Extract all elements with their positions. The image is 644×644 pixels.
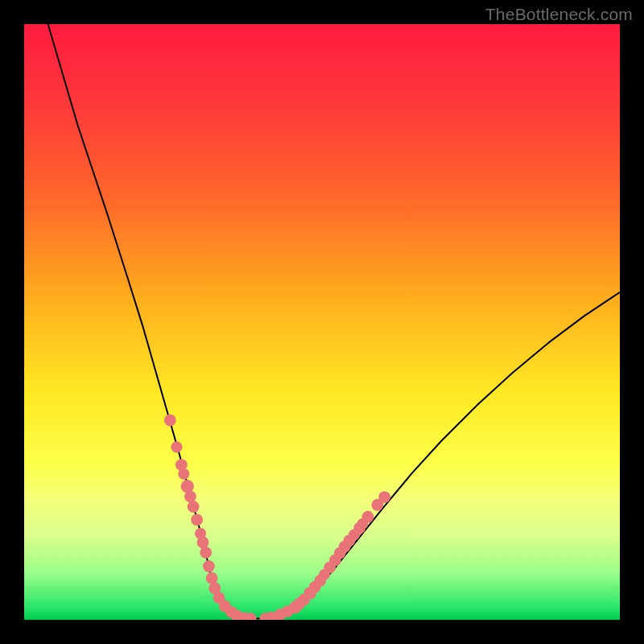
- data-marker: [378, 491, 390, 503]
- data-marker: [188, 501, 200, 513]
- chart-container: TheBottleneck.com: [0, 0, 644, 644]
- plot-area: [24, 24, 620, 620]
- data-marker: [171, 441, 182, 452]
- data-marker: [200, 547, 212, 559]
- data-marker: [191, 514, 203, 526]
- data-marker: [164, 415, 176, 427]
- data-marker: [178, 469, 189, 480]
- data-marker: [206, 572, 218, 584]
- data-marker: [203, 560, 215, 572]
- data-marker: [197, 536, 209, 548]
- main-curve-path: [48, 24, 620, 619]
- curve-overlay: [24, 24, 620, 620]
- watermark-text: TheBottleneck.com: [485, 5, 633, 24]
- curve-markers: [164, 415, 390, 620]
- curve-line: [48, 24, 620, 619]
- data-marker: [184, 490, 196, 502]
- data-marker: [362, 511, 374, 523]
